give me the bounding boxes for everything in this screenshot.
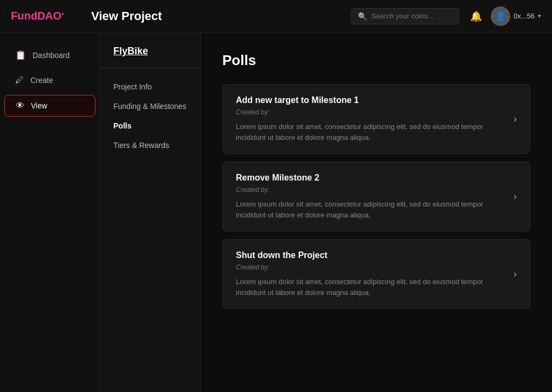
search-bar[interactable]: 🔍 — [351, 8, 459, 24]
chevron-down-icon: ▾ — [538, 12, 541, 20]
poll-card-2-content: Remove Milestone 2 Created by: Lorem ips… — [236, 173, 505, 220]
poll-card-1-created-by: Created by: — [236, 108, 505, 116]
main-content: Polls Add new target to Milestone 1 Crea… — [201, 33, 552, 392]
sidebar-item-dashboard-label: Dashboard — [33, 51, 70, 60]
top-navbar: FundDAO● View Project 🔍 🔔 👤 0x...56 ▾ — [0, 0, 552, 33]
project-name[interactable]: FlyBike — [100, 46, 200, 68]
chevron-right-icon-2: › — [514, 191, 517, 202]
poll-card-3-description: Lorem ipsum dolor sit amet, consectetur … — [236, 277, 505, 298]
primary-sidebar: 📋 Dashboard 🖊 Create 👁 View — [0, 33, 100, 392]
nav-item-funding-milestones[interactable]: Funding & Milestones — [100, 97, 200, 116]
poll-card-1-content: Add new target to Milestone 1 Created by… — [236, 95, 505, 143]
page-title: View Project — [91, 9, 340, 23]
secondary-sidebar: FlyBike Project Info Funding & Milestone… — [100, 33, 201, 392]
polls-heading: Polls — [222, 52, 530, 69]
logo-dot: ● — [61, 11, 64, 16]
sidebar-item-dashboard[interactable]: 📋 Dashboard — [4, 44, 95, 66]
avatar: 👤 — [491, 7, 510, 26]
poll-card-3-content: Shut down the Project Created by: Lorem … — [236, 250, 505, 298]
logo: FundDAO● — [11, 10, 64, 22]
chevron-right-icon-3: › — [514, 268, 517, 280]
sidebar-item-create-label: Create — [30, 76, 53, 85]
poll-card-2-title: Remove Milestone 2 — [236, 173, 505, 183]
create-icon: 🖊 — [15, 75, 24, 85]
logo-dao: DAO — [37, 10, 61, 22]
poll-card-3-created-by: Created by: — [236, 264, 505, 271]
user-address: 0x...56 — [514, 12, 535, 20]
view-icon: 👁 — [16, 101, 24, 111]
dashboard-icon: 📋 — [15, 50, 26, 60]
sidebar-item-view-label: View — [31, 101, 47, 110]
poll-card-1[interactable]: Add new target to Milestone 1 Created by… — [222, 84, 530, 154]
nav-item-tiers-rewards[interactable]: Tiers & Rewards — [100, 136, 200, 155]
nav-item-polls[interactable]: Polls — [100, 116, 200, 136]
poll-card-2-description: Lorem ipsum dolor sit amet, consectetur … — [236, 199, 505, 220]
logo-fund: Fund — [11, 10, 37, 22]
topnav-right: 🔔 👤 0x...56 ▾ — [470, 7, 541, 26]
poll-card-1-title: Add new target to Milestone 1 — [236, 95, 505, 105]
secondary-nav: Project Info Funding & Milestones Polls … — [100, 68, 200, 164]
poll-card-3[interactable]: Shut down the Project Created by: Lorem … — [222, 239, 530, 309]
poll-card-2-created-by: Created by: — [236, 186, 505, 194]
poll-card-1-description: Lorem ipsum dolor sit amet, consectetur … — [236, 121, 505, 143]
sidebar-item-create[interactable]: 🖊 Create — [4, 70, 95, 91]
main-layout: 📋 Dashboard 🖊 Create 👁 View FlyBike Proj… — [0, 33, 552, 392]
sidebar-item-view[interactable]: 👁 View — [4, 95, 95, 117]
poll-card-3-title: Shut down the Project — [236, 250, 505, 260]
nav-item-project-info[interactable]: Project Info — [100, 77, 200, 97]
search-icon: 🔍 — [358, 12, 367, 21]
notification-bell[interactable]: 🔔 — [470, 10, 482, 22]
poll-card-2[interactable]: Remove Milestone 2 Created by: Lorem ips… — [222, 162, 530, 232]
user-menu[interactable]: 👤 0x...56 ▾ — [491, 7, 541, 26]
chevron-right-icon-1: › — [514, 113, 517, 125]
search-input[interactable] — [371, 12, 452, 20]
